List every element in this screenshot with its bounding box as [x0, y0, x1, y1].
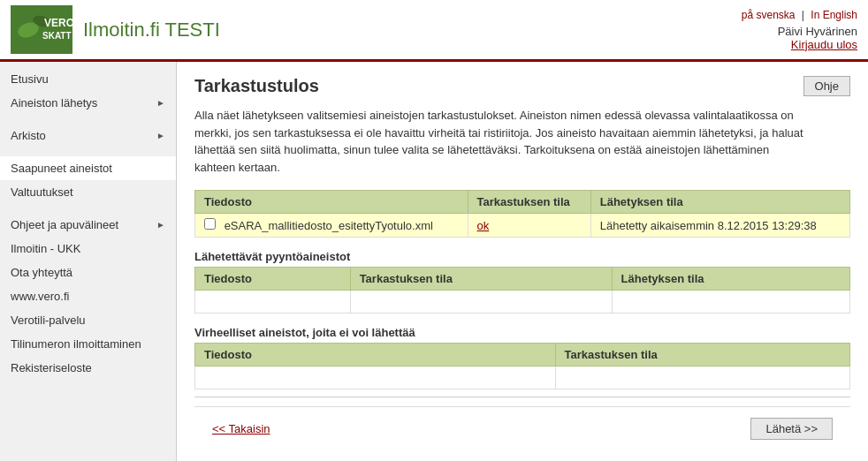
table-row: eSARA_mallitiedosto_esitettyTyotulo.xml …	[195, 214, 850, 238]
invalid-col-tiedosto: Tiedosto	[195, 344, 556, 367]
site-title: Ilmoitin.fi TESTI	[83, 19, 220, 42]
content-header: Tarkastustulos Ohje	[194, 76, 850, 96]
sidebar-label-www-vero: www.vero.fi	[11, 290, 69, 303]
sidebar-item-rekisteriseloste[interactable]: Rekisteriseloste	[0, 356, 176, 380]
pending-col-lahetys: Lähetyksen tila	[612, 268, 849, 291]
check-status-cell: ok	[468, 214, 590, 238]
filename: eSARA_mallitiedosto_esitettyTyotulo.xml	[225, 219, 433, 232]
bottom-bar: << Takaisin Lähetä >>	[194, 406, 850, 450]
invalid-empty-row	[195, 367, 850, 389]
sidebar-divider-1	[0, 115, 176, 124]
page-title: Tarkastustulos	[194, 76, 319, 96]
help-button[interactable]: Ohje	[803, 76, 850, 96]
logo: VERO SKATT	[11, 5, 72, 54]
sidebar-divider-2	[0, 147, 176, 156]
valid-files-table: Tiedosto Tarkastuksen tila Lähetyksen ti…	[194, 190, 850, 238]
svg-text:VERO: VERO	[44, 17, 72, 29]
invalid-section-title: Virheelliset aineistot, joita ei voi läh…	[194, 326, 850, 339]
pending-col-tiedosto: Tiedosto	[195, 268, 351, 291]
user-name: Päivi Hyvärinen	[742, 25, 857, 38]
sidebar-item-www-vero[interactable]: www.vero.fi	[0, 284, 176, 308]
invalid-empty-cell-1	[195, 367, 556, 389]
ok-status-link[interactable]: ok	[477, 219, 490, 232]
pending-empty-cell-3	[612, 291, 849, 314]
pending-empty-cell-2	[350, 291, 612, 314]
arrow-icon-arkisto: ►	[156, 131, 165, 140]
sidebar-label-valtuutukset: Valtuutukset	[11, 185, 73, 199]
invalid-files-table: Tiedosto Tarkastuksen tila	[194, 343, 850, 389]
invalid-empty-cell-2	[555, 367, 849, 389]
sidebar-label-ukk: Ilmoitin - UKK	[11, 242, 80, 255]
sidebar: Etusivu Aineiston lähetys ► Arkisto ► Sa…	[0, 62, 177, 461]
lang-links: på svenska | In English	[742, 9, 857, 21]
sidebar-label-rekisteriseloste: Rekisteriseloste	[11, 361, 92, 374]
sidebar-item-tilinumero[interactable]: Tilinumeron ilmoittaminen	[0, 332, 176, 356]
svg-text:SKATT: SKATT	[42, 31, 72, 41]
sidebar-item-etusivu[interactable]: Etusivu	[0, 67, 176, 91]
pending-files-table: Tiedosto Tarkastuksen tila Lähetyksen ti…	[194, 267, 850, 314]
arrow-icon-aineiston: ►	[156, 98, 165, 108]
swedish-link[interactable]: på svenska	[742, 9, 796, 21]
file-cell: eSARA_mallitiedosto_esitettyTyotulo.xml	[195, 214, 468, 238]
sidebar-item-aineiston-lahetys[interactable]: Aineiston lähetys ►	[0, 91, 176, 115]
col-header-tarkastus: Tarkastuksen tila	[468, 191, 590, 214]
arrow-icon-ohjeet: ►	[156, 220, 165, 230]
pending-section-title: Lähetettävät pyyntöaineistot	[194, 250, 850, 263]
pending-empty-row	[195, 291, 850, 314]
sidebar-item-ota-yhteytta[interactable]: Ota yhteyttä	[0, 261, 176, 284]
file-checkbox[interactable]	[204, 218, 216, 230]
top-bar: VERO SKATT Ilmoitin.fi TESTI på svenska …	[0, 0, 868, 62]
lang-separator: |	[802, 9, 807, 21]
invalid-table-header-row: Tiedosto Tarkastuksen tila	[195, 344, 850, 367]
sidebar-label-tilinumero: Tilinumeron ilmoittaminen	[11, 337, 141, 351]
sidebar-item-verotili[interactable]: Verotili-palvelu	[0, 308, 176, 332]
sidebar-item-valtuutukset[interactable]: Valtuutukset	[0, 180, 176, 204]
sidebar-item-saapuneet[interactable]: Saapuneet aineistot	[0, 156, 176, 180]
top-right: på svenska | In English Päivi Hyvärinen …	[742, 9, 857, 51]
main-layout: Etusivu Aineiston lähetys ► Arkisto ► Sa…	[0, 62, 868, 461]
sidebar-label-etusivu: Etusivu	[11, 72, 49, 86]
description-text: Alla näet lähetykseen valitsemiesi ainei…	[194, 107, 813, 176]
pending-table-header-row: Tiedosto Tarkastuksen tila Lähetyksen ti…	[195, 268, 850, 291]
table-header-row: Tiedosto Tarkastuksen tila Lähetyksen ti…	[195, 191, 850, 214]
english-link[interactable]: In English	[811, 9, 857, 21]
pending-col-tarkastus: Tarkastuksen tila	[350, 268, 612, 291]
pending-empty-cell-1	[195, 291, 351, 314]
content-area: Tarkastustulos Ohje Alla näet lähetyksee…	[177, 62, 868, 461]
logo-area: VERO SKATT Ilmoitin.fi TESTI	[11, 5, 220, 54]
sidebar-item-ohjeet[interactable]: Ohjeet ja apuvälineet ►	[0, 213, 176, 237]
sidebar-label-ota-yhteytta: Ota yhteyttä	[11, 266, 72, 279]
logout-link[interactable]: Kirjaudu ulos	[791, 38, 857, 51]
col-header-tiedosto: Tiedosto	[195, 191, 468, 214]
sidebar-label-aineiston-lahetys: Aineiston lähetys	[11, 96, 97, 110]
invalid-col-tarkastus: Tarkastuksen tila	[555, 344, 849, 367]
bottom-divider	[194, 397, 850, 397]
back-link[interactable]: << Takaisin	[212, 422, 270, 435]
col-header-lahetys: Lähetyksen tila	[590, 191, 849, 214]
sidebar-label-saapuneet: Saapuneet aineistot	[11, 162, 112, 175]
sidebar-item-arkisto[interactable]: Arkisto ►	[0, 124, 176, 147]
send-status-cell: Lähetetty aikaisemmin 8.12.2015 13:29:38	[590, 214, 849, 238]
sidebar-label-arkisto: Arkisto	[11, 129, 46, 142]
sidebar-divider-3	[0, 204, 176, 213]
send-button[interactable]: Lähetä >>	[750, 418, 833, 440]
sidebar-label-verotili: Verotili-palvelu	[11, 314, 86, 327]
sidebar-item-ukk[interactable]: Ilmoitin - UKK	[0, 237, 176, 261]
sidebar-label-ohjeet: Ohjeet ja apuvälineet	[11, 218, 118, 231]
